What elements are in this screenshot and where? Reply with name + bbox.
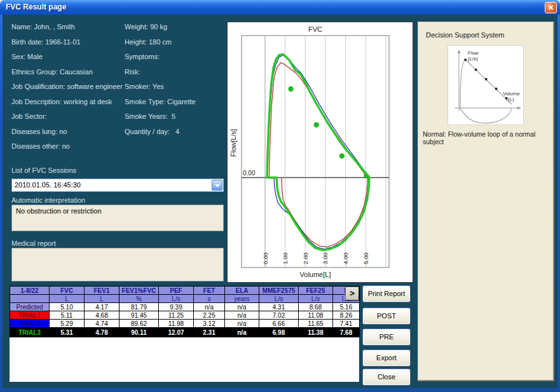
svg-text:0.00: 0.00 xyxy=(243,170,256,177)
svg-text:2.00: 2.00 xyxy=(302,253,309,265)
value-cell: 9.39 xyxy=(159,303,194,311)
svg-text:(L): (L) xyxy=(508,97,514,102)
fvc-result-window: FVC Result page ✕ Name: John, , SmithBir… xyxy=(0,0,560,392)
value-cell: 5.11 xyxy=(50,311,85,320)
row-label: TRIAL1 xyxy=(10,311,50,320)
value-cell: 4.31 xyxy=(259,303,299,311)
patient-info-row: Weight: 90 kg xyxy=(125,23,167,30)
value-cell: 8.68 xyxy=(299,303,333,311)
svg-text:5.00: 5.00 xyxy=(362,253,369,265)
svg-text:(L/s): (L/s) xyxy=(468,56,478,62)
column-header: MMEF2575 xyxy=(259,287,299,295)
patient-info-row: Birth date: 1966-11-01 xyxy=(11,38,81,46)
value-cell: 6.66 xyxy=(259,320,299,328)
row-label: Predicted xyxy=(10,303,50,311)
decision-support-caption: Normal: Flow-volume loop of a normal sub… xyxy=(423,130,551,145)
svg-text:1.00: 1.00 xyxy=(282,253,289,265)
value-cell: 11.98 xyxy=(159,320,194,328)
column-unit: L/s xyxy=(159,295,194,303)
value-cell: n/a xyxy=(225,311,259,320)
value-cell: 4.78 xyxy=(85,328,120,337)
sessions-label: List of FVC Sessions xyxy=(11,166,76,174)
chevron-down-icon xyxy=(215,184,220,187)
medical-report-input[interactable] xyxy=(11,248,224,281)
patient-info-row: Job Description: working at desk xyxy=(11,98,112,105)
column-header: FEF25 xyxy=(299,287,333,295)
combobox-dropdown-button[interactable] xyxy=(212,180,222,191)
column-unit: % xyxy=(120,295,159,303)
row-label: TRIAL3 xyxy=(10,328,50,337)
close-icon: ✕ xyxy=(548,4,554,11)
table-row: TRIAL25.294.7489.6211.983.12n/a6.6611.65… xyxy=(10,320,360,328)
column-header: ELA xyxy=(225,287,259,295)
patient-info-row: Quantity / day: 4 xyxy=(125,128,179,135)
value-cell: 5.10 xyxy=(50,303,85,311)
value-cell: 4.68 xyxy=(85,311,120,320)
results-table: 1-8/22FVCFEV1FEV1%FVCPEFFETELAMMEF2575FE… xyxy=(10,286,360,337)
value-cell: n/a xyxy=(194,303,225,311)
value-cell: 89.62 xyxy=(120,320,159,328)
value-cell: 90.11 xyxy=(120,328,159,337)
svg-text:Volume[L]: Volume[L] xyxy=(300,271,331,278)
value-cell: 4.74 xyxy=(85,320,120,328)
value-cell: 7.02 xyxy=(259,311,299,320)
interpretation-label: Automatic interpretation xyxy=(11,196,85,204)
column-unit: L xyxy=(50,295,85,303)
patient-info-row: Ethnics Group: Caucasian xyxy=(11,68,93,76)
patient-info-row: Symptoms: xyxy=(125,53,160,60)
close-button[interactable]: ✕ xyxy=(545,2,557,13)
value-cell: 81.79 xyxy=(120,303,159,311)
patient-info-row: Diseases lung: no xyxy=(11,128,67,135)
value-cell: 11.65 xyxy=(299,320,333,328)
column-header: FET xyxy=(194,287,225,295)
patient-info-row: Smoke Years: 5 xyxy=(125,112,175,120)
patient-info-row: Height: 180 cm xyxy=(125,38,172,46)
column-header: FVC xyxy=(50,287,85,295)
value-cell: n/a xyxy=(225,328,259,337)
patient-info-row: Smoker: Yes xyxy=(125,83,164,90)
value-cell: n/a xyxy=(225,303,259,311)
value-cell: 11.25 xyxy=(159,311,194,320)
table-row: Predicted5.104.1781.799.39n/an/a4.318.68… xyxy=(10,303,360,311)
column-unit: s xyxy=(194,295,225,303)
column-unit xyxy=(10,295,50,303)
close-dialog-button[interactable]: Close xyxy=(362,368,411,386)
value-cell: 2.25 xyxy=(194,311,225,320)
value-cell: 7.68 xyxy=(333,328,360,337)
patient-info-row: Sex: Male xyxy=(11,53,43,60)
svg-text:3.00: 3.00 xyxy=(322,253,329,265)
window-title: FVC Result page xyxy=(6,3,66,11)
decision-support-panel: Decision Support System Flow (L/s) xyxy=(418,22,554,381)
flow-axis-arrow-icon xyxy=(458,50,461,53)
column-header: FEV1%FVC xyxy=(120,287,159,295)
export-button[interactable]: Export xyxy=(362,349,411,367)
titlebar: FVC Result page xyxy=(0,0,560,15)
table-row: TRIAL35.314.7890.1112.072.31n/a6.9811.38… xyxy=(10,328,360,337)
column-header: 1-8/22 xyxy=(10,287,50,295)
value-cell: 91.45 xyxy=(120,311,159,320)
value-cell: 11.38 xyxy=(299,328,333,337)
value-cell: 5.16 xyxy=(333,303,360,311)
session-combobox[interactable]: 2010.01.05. 16:45:30 xyxy=(11,179,224,192)
value-cell: 6.98 xyxy=(259,328,299,337)
scroll-columns-right-button[interactable]: > xyxy=(345,287,359,301)
normal-loop-diagram: Flow (L/s) Volume (L) xyxy=(447,45,524,125)
column-unit: years xyxy=(225,295,259,303)
patient-info-row: Name: John, , Smith xyxy=(11,23,75,30)
post-button[interactable]: POST xyxy=(362,308,411,325)
value-cell: 7.41 xyxy=(333,320,360,328)
print-report-button[interactable]: Print Report xyxy=(362,285,411,302)
medical-report-label: Medical report xyxy=(11,240,56,247)
diagram-flow-label: Flow xyxy=(468,50,479,56)
pre-button[interactable]: PRE xyxy=(362,328,411,346)
column-header: PEF xyxy=(159,287,194,295)
row-label: TRIAL2 xyxy=(10,320,50,328)
value-cell: n/a xyxy=(225,320,259,328)
value-cell: 5.31 xyxy=(50,328,85,337)
column-unit: L/s xyxy=(259,295,299,303)
table-row: TRIAL15.114.6891.4511.252.25n/a7.0211.08… xyxy=(10,311,360,320)
patient-info-row: Job Sector: xyxy=(11,112,47,120)
value-cell: 3.12 xyxy=(194,320,225,328)
value-cell: 11.08 xyxy=(299,311,333,320)
svg-text:Flow[L/s]: Flow[L/s] xyxy=(229,129,237,157)
